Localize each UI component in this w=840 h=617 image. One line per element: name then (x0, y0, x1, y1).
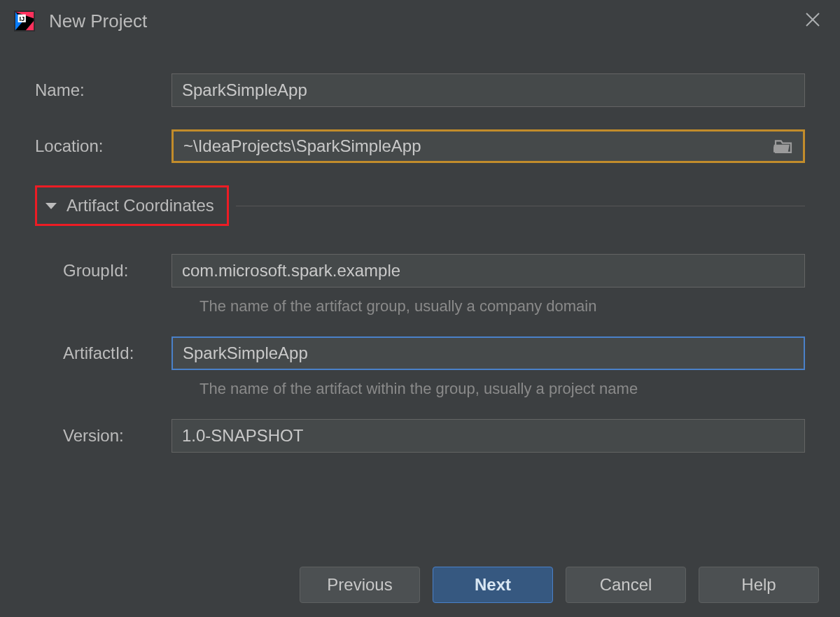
artifactid-helper: The name of the artifact within the grou… (200, 380, 805, 398)
previous-button[interactable]: Previous (300, 567, 420, 603)
groupid-value: com.microsoft.spark.example (182, 261, 794, 281)
artifact-coordinates-toggle[interactable]: Artifact Coordinates (35, 185, 229, 226)
dialog-title: New Project (49, 10, 799, 32)
artifact-section-header-row: Artifact Coordinates (35, 185, 805, 226)
version-label: Version: (63, 426, 172, 446)
artifact-fields: GroupId: com.microsoft.spark.example The… (35, 254, 805, 453)
location-input[interactable]: ~\IdeaProjects\SparkSimpleApp (172, 129, 805, 163)
location-value: ~\IdeaProjects\SparkSimpleApp (183, 136, 774, 156)
browse-folder-icon[interactable] (774, 139, 793, 154)
row-name: Name: SparkSimpleApp (35, 73, 805, 107)
artifactid-input[interactable]: SparkSimpleApp (172, 336, 805, 370)
groupid-helper: The name of the artifact group, usually … (200, 297, 805, 315)
name-value: SparkSimpleApp (182, 80, 794, 100)
groupid-input[interactable]: com.microsoft.spark.example (172, 254, 805, 288)
name-input[interactable]: SparkSimpleApp (172, 73, 805, 107)
row-artifactid: ArtifactId: SparkSimpleApp (63, 336, 805, 370)
artifactid-value: SparkSimpleApp (183, 343, 794, 363)
titlebar: IJ New Project (0, 0, 840, 42)
next-button[interactable]: Next (433, 567, 553, 603)
cancel-button[interactable]: Cancel (566, 567, 686, 603)
version-value: 1.0-SNAPSHOT (182, 426, 794, 446)
row-location: Location: ~\IdeaProjects\SparkSimpleApp (35, 129, 805, 163)
row-version: Version: 1.0-SNAPSHOT (63, 419, 805, 453)
artifact-section-label: Artifact Coordinates (66, 196, 214, 215)
help-button[interactable]: Help (699, 567, 819, 603)
section-divider (236, 206, 805, 206)
version-input[interactable]: 1.0-SNAPSHOT (172, 419, 805, 453)
button-bar: Previous Next Cancel Help (300, 567, 819, 603)
svg-text:IJ: IJ (20, 15, 25, 22)
location-label: Location: (35, 136, 172, 156)
form-area: Name: SparkSimpleApp Location: ~\IdeaPro… (0, 42, 840, 453)
name-label: Name: (35, 80, 172, 100)
artifactid-label: ArtifactId: (63, 343, 172, 363)
chevron-down-icon (46, 203, 57, 209)
row-groupid: GroupId: com.microsoft.spark.example (63, 254, 805, 288)
intellij-logo-icon: IJ (14, 10, 35, 31)
close-icon (805, 12, 820, 27)
close-button[interactable] (799, 8, 826, 34)
groupid-label: GroupId: (63, 261, 172, 281)
